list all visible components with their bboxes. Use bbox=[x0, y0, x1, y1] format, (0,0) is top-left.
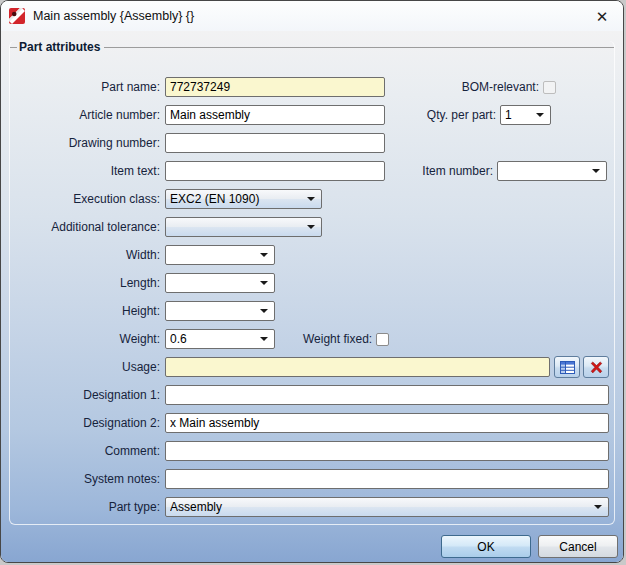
designation1-label: Designation 1: bbox=[10, 388, 160, 402]
system-notes-label: System notes: bbox=[10, 472, 160, 486]
item-number-combo[interactable] bbox=[497, 161, 607, 181]
item-number-group: Item number: bbox=[422, 160, 607, 182]
width-combo[interactable] bbox=[165, 245, 275, 265]
chevron-down-icon bbox=[592, 169, 600, 173]
weight-value: 0.6 bbox=[170, 332, 254, 346]
weight-fixed-group: Weight fixed: bbox=[303, 328, 389, 350]
height-label: Height: bbox=[10, 304, 160, 318]
chevron-down-icon bbox=[594, 505, 602, 509]
part-type-value: Assembly bbox=[170, 500, 588, 514]
length-label: Length: bbox=[10, 276, 160, 290]
row-comment: Comment: bbox=[10, 440, 614, 462]
weight-combo[interactable]: 0.6 bbox=[165, 329, 275, 349]
row-weight: Weight: 0.6 Weight fixed: bbox=[10, 328, 614, 350]
bom-relevant-checkbox[interactable] bbox=[543, 81, 556, 94]
row-part-name: Part name: BOM-relevant: bbox=[10, 76, 614, 98]
usage-delete-button[interactable] bbox=[583, 356, 609, 378]
cancel-button[interactable]: Cancel bbox=[538, 535, 618, 558]
part-name-label: Part name: bbox=[10, 80, 160, 94]
titlebar: Main assembly {Assembly} {} ✕ bbox=[1, 1, 623, 31]
dialog-window: Main assembly {Assembly} {} ✕ Part attri… bbox=[0, 0, 624, 563]
ok-button[interactable]: OK bbox=[441, 535, 531, 558]
chevron-down-icon bbox=[260, 281, 268, 285]
item-number-label: Item number: bbox=[422, 164, 493, 178]
groupbox-title: Part attributes bbox=[17, 40, 104, 54]
row-system-notes: System notes: bbox=[10, 468, 614, 490]
designation1-input[interactable] bbox=[165, 385, 609, 405]
usage-input[interactable] bbox=[165, 357, 550, 377]
row-designation2: Designation 2: bbox=[10, 412, 614, 434]
row-item-text: Item text: Item number: bbox=[10, 160, 614, 182]
table-icon bbox=[560, 361, 575, 374]
additional-tolerance-combo[interactable] bbox=[165, 217, 322, 237]
row-additional-tolerance: Additional tolerance: bbox=[10, 216, 614, 238]
part-type-label: Part type: bbox=[10, 500, 160, 514]
chevron-down-icon bbox=[307, 197, 315, 201]
usage-catalog-button[interactable] bbox=[554, 356, 580, 378]
weight-fixed-checkbox[interactable] bbox=[376, 333, 389, 346]
row-width: Width: bbox=[10, 244, 614, 266]
row-usage: Usage: bbox=[10, 356, 614, 378]
window-title: Main assembly {Assembly} {} bbox=[33, 9, 194, 23]
part-attributes-groupbox: Part attributes Part name: BOM-relevant:… bbox=[9, 41, 615, 525]
row-drawing-number: Drawing number: bbox=[10, 132, 614, 154]
usage-label: Usage: bbox=[10, 360, 160, 374]
execution-class-value: EXC2 (EN 1090) bbox=[170, 192, 301, 206]
row-article-number: Article number: Qty. per part: 1 bbox=[10, 104, 614, 126]
additional-tolerance-label: Additional tolerance: bbox=[10, 220, 160, 234]
designation2-label: Designation 2: bbox=[10, 416, 160, 430]
execution-class-label: Execution class: bbox=[10, 192, 160, 206]
weight-fixed-label: Weight fixed: bbox=[303, 332, 372, 346]
chevron-down-icon bbox=[536, 113, 544, 117]
part-type-combo[interactable]: Assembly bbox=[165, 497, 609, 517]
bom-relevant-group: BOM-relevant: bbox=[462, 76, 556, 98]
weight-label: Weight: bbox=[10, 332, 160, 346]
groupbox-rule-right bbox=[104, 47, 614, 48]
groupbox-header: Part attributes bbox=[10, 39, 614, 55]
system-notes-input[interactable] bbox=[165, 469, 609, 489]
bom-relevant-label: BOM-relevant: bbox=[462, 80, 539, 94]
article-number-input[interactable] bbox=[165, 105, 385, 125]
width-label: Width: bbox=[10, 248, 160, 262]
comment-input[interactable] bbox=[165, 441, 609, 461]
row-length: Length: bbox=[10, 272, 614, 294]
delete-x-icon bbox=[590, 361, 603, 374]
part-name-input[interactable] bbox=[165, 77, 385, 97]
chevron-down-icon bbox=[260, 337, 268, 341]
qty-per-part-value: 1 bbox=[505, 108, 530, 122]
close-icon[interactable]: ✕ bbox=[591, 9, 613, 24]
row-execution-class: Execution class: EXC2 (EN 1090) bbox=[10, 188, 614, 210]
length-combo[interactable] bbox=[165, 273, 275, 293]
comment-label: Comment: bbox=[10, 444, 160, 458]
qty-per-part-label: Qty. per part: bbox=[427, 108, 496, 122]
height-combo[interactable] bbox=[165, 301, 275, 321]
app-icon bbox=[9, 8, 25, 24]
row-designation1: Designation 1: bbox=[10, 384, 614, 406]
qty-per-part-combo[interactable]: 1 bbox=[500, 105, 551, 125]
drawing-number-label: Drawing number: bbox=[10, 136, 160, 150]
chevron-down-icon bbox=[260, 253, 268, 257]
row-height: Height: bbox=[10, 300, 614, 322]
item-text-input[interactable] bbox=[165, 161, 385, 181]
qty-per-part-group: Qty. per part: 1 bbox=[427, 104, 551, 126]
item-text-label: Item text: bbox=[10, 164, 160, 178]
dialog-body: Part attributes Part name: BOM-relevant:… bbox=[1, 31, 623, 562]
designation2-input[interactable] bbox=[165, 413, 609, 433]
chevron-down-icon bbox=[260, 309, 268, 313]
groupbox-rule-left bbox=[10, 47, 17, 48]
article-number-label: Article number: bbox=[10, 108, 160, 122]
drawing-number-input[interactable] bbox=[165, 133, 385, 153]
row-part-type: Part type: Assembly bbox=[10, 496, 614, 518]
chevron-down-icon bbox=[307, 225, 315, 229]
execution-class-combo[interactable]: EXC2 (EN 1090) bbox=[165, 189, 322, 209]
